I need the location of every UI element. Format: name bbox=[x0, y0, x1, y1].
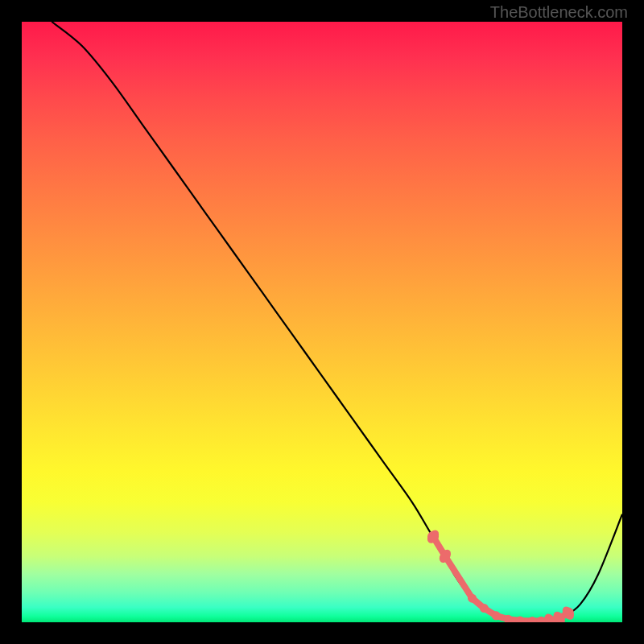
chart-plot-area bbox=[22, 22, 622, 622]
svg-line-1 bbox=[445, 556, 473, 598]
svg-point-15 bbox=[492, 611, 501, 620]
svg-point-14 bbox=[480, 604, 489, 613]
curve-svg bbox=[22, 22, 622, 622]
watermark-text: TheBottleneck.com bbox=[490, 3, 628, 22]
svg-point-19 bbox=[537, 617, 546, 622]
optimal-range-markers bbox=[425, 528, 576, 622]
svg-point-13 bbox=[468, 594, 477, 603]
bottleneck-curve bbox=[52, 22, 622, 621]
svg-point-18 bbox=[528, 617, 537, 622]
